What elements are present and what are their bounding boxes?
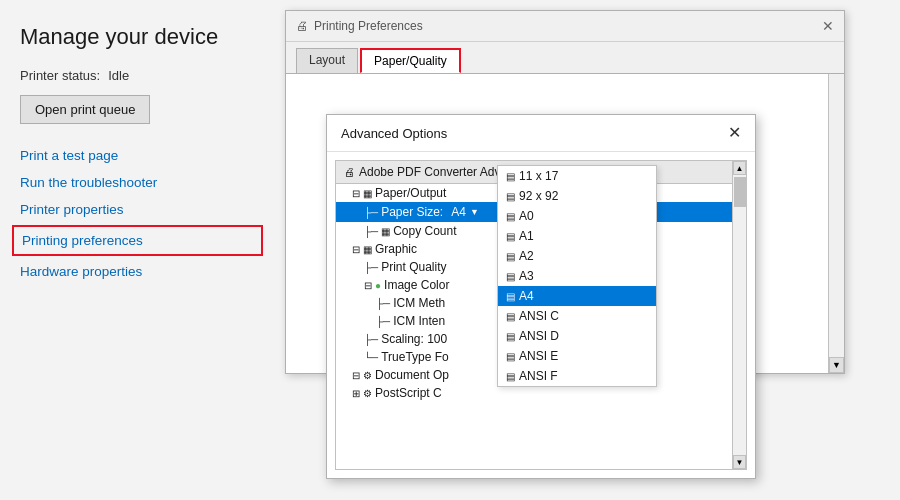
- printing-preferences-dialog: 🖨 Printing Preferences ✕ Layout Paper/Qu…: [285, 10, 845, 374]
- paper-size-selected-value: A4: [451, 205, 466, 219]
- page-icon: ▤: [506, 311, 515, 322]
- dropdown-label: 92 x 92: [519, 189, 558, 203]
- dropdown-label: A4: [519, 289, 534, 303]
- tab-layout[interactable]: Layout: [296, 48, 358, 73]
- dropdown-label: ANSI E: [519, 349, 558, 363]
- tree-icon-copy: ▦: [381, 226, 390, 237]
- scrollbar-down-button[interactable]: ▼: [733, 455, 746, 469]
- tree-connector: ├─: [364, 262, 378, 273]
- dropdown-label: A1: [519, 229, 534, 243]
- pref-dialog-close-button[interactable]: ✕: [822, 19, 834, 33]
- dropdown-item-ansi-c[interactable]: ▤ ANSI C: [498, 306, 656, 326]
- dropdown-item-ansi-d[interactable]: ▤ ANSI D: [498, 326, 656, 346]
- printer-icon: 🖨: [296, 19, 308, 33]
- dropdown-item-a0[interactable]: ▤ A0: [498, 206, 656, 226]
- paper-size-value-container: A4 ▼: [447, 204, 483, 220]
- tree-item-label-paper-size: Paper Size:: [381, 205, 443, 219]
- tree-icon-ps: ⚙: [363, 388, 372, 399]
- nav-link-printing-preferences[interactable]: Printing preferences: [12, 225, 263, 256]
- advanced-titlebar: Advanced Options ✕: [327, 115, 755, 152]
- dropdown-item-ansi-e[interactable]: ▤ ANSI E: [498, 346, 656, 366]
- page-icon: ▤: [506, 231, 515, 242]
- tree-icon-graphic: ▦: [363, 244, 372, 255]
- printer-status-value: Idle: [108, 68, 129, 83]
- dropdown-item-ansi-f[interactable]: ▤ ANSI F: [498, 366, 656, 386]
- dropdown-item-a3[interactable]: ▤ A3: [498, 266, 656, 286]
- expand-icon: ⊟: [352, 244, 360, 255]
- dropdown-label: A2: [519, 249, 534, 263]
- tree-item-label-postscript: PostScript C: [375, 386, 442, 400]
- dropdown-item-a1[interactable]: ▤ A1: [498, 226, 656, 246]
- dropdown-label: ANSI C: [519, 309, 559, 323]
- dropdown-label: ANSI D: [519, 329, 559, 343]
- tree-connector: └─: [364, 352, 378, 363]
- tree-item-label-document-op: Document Op: [375, 368, 449, 382]
- nav-link-printer-properties[interactable]: Printer properties: [20, 196, 255, 223]
- tree-connector: ├─: [364, 207, 378, 218]
- scrollbar-up-button[interactable]: ▲: [733, 161, 746, 175]
- page-icon: ▤: [506, 331, 515, 342]
- tab-paper-quality[interactable]: Paper/Quality: [360, 48, 461, 73]
- tree-item-label-icm-intent: ICM Inten: [393, 314, 445, 328]
- dropdown-arrow-icon: ▼: [470, 207, 479, 217]
- expand-icon: ⊞: [352, 388, 360, 399]
- tree-item-label-paper-output: Paper/Output: [375, 186, 446, 200]
- pref-scroll-down-button[interactable]: ▼: [829, 357, 844, 373]
- tree-item-label-image-color: Image Color: [384, 278, 449, 292]
- pref-dialog-scrollbar[interactable]: ▼: [828, 74, 844, 373]
- dropdown-item-11x17[interactable]: ▤ 11 x 17: [498, 166, 656, 186]
- advanced-options-dialog: Advanced Options ✕ 🖨 Adobe PDF Converter…: [326, 114, 756, 479]
- page-icon: ▤: [506, 191, 515, 202]
- tree-scrollbar[interactable]: ▲ ▼: [732, 161, 746, 469]
- open-print-queue-button[interactable]: Open print queue: [20, 95, 150, 124]
- tree-connector: ├─: [364, 226, 378, 237]
- printer-status-row: Printer status: Idle: [20, 68, 255, 83]
- left-panel: Manage your device Printer status: Idle …: [0, 0, 275, 500]
- page-icon: ▤: [506, 351, 515, 362]
- pdf-icon: 🖨: [344, 166, 355, 178]
- tree-connector: ├─: [376, 298, 390, 309]
- page-icon: ▤: [506, 271, 515, 282]
- nav-link-hardware-properties[interactable]: Hardware properties: [20, 258, 255, 285]
- tree-item-label-graphic: Graphic: [375, 242, 417, 256]
- advanced-dialog-title: Advanced Options: [341, 126, 447, 141]
- dropdown-item-92x92[interactable]: ▤ 92 x 92: [498, 186, 656, 206]
- page-icon: ▤: [506, 211, 515, 222]
- dropdown-label: 11 x 17: [519, 169, 558, 183]
- nav-link-run-troubleshooter[interactable]: Run the troubleshooter: [20, 169, 255, 196]
- dropdown-label: A0: [519, 209, 534, 223]
- tree-dropdown-container: 🖨 Adobe PDF Converter Advanced Document …: [335, 160, 747, 470]
- advanced-content: 🖨 Adobe PDF Converter Advanced Document …: [327, 152, 755, 478]
- pref-dialog-title-text: Printing Preferences: [314, 19, 423, 33]
- advanced-dialog-close-button[interactable]: ✕: [728, 125, 741, 141]
- pref-dialog-title: 🖨 Printing Preferences: [296, 19, 423, 33]
- page-title: Manage your device: [20, 24, 255, 50]
- dropdown-label: A3: [519, 269, 534, 283]
- dropdown-item-a4[interactable]: ▤ A4: [498, 286, 656, 306]
- page-icon: ▤: [506, 371, 515, 382]
- tree-item-label-copy-count: Copy Count: [393, 224, 456, 238]
- pref-tab-content: Advanced Options ✕ 🖨 Adobe PDF Converter…: [286, 73, 844, 373]
- tree-icon-img-color: ●: [375, 280, 381, 291]
- tree-connector: ├─: [376, 316, 390, 327]
- pref-tabs: Layout Paper/Quality: [286, 42, 844, 73]
- pref-dialog-titlebar: 🖨 Printing Preferences ✕: [286, 11, 844, 42]
- paper-size-dropdown[interactable]: A4 ▼: [447, 204, 483, 220]
- device-nav: Print a test page Run the troubleshooter…: [20, 142, 255, 285]
- tree-connector: ├─: [364, 334, 378, 345]
- tree-icon: ▦: [363, 188, 372, 199]
- paper-size-dropdown-popup: ▤ 11 x 17 ▤ 92 x 92 ▤ A0: [497, 165, 657, 387]
- printer-status-label: Printer status:: [20, 68, 100, 83]
- expand-icon: ⊟: [352, 370, 360, 381]
- tree-connector: ⊟: [364, 280, 372, 291]
- dropdown-label: ANSI F: [519, 369, 558, 383]
- tree-item-label-scaling: Scaling: 100: [381, 332, 447, 346]
- nav-link-print-test-page[interactable]: Print a test page: [20, 142, 255, 169]
- tree-icon-doc: ⚙: [363, 370, 372, 381]
- page-icon: ▤: [506, 171, 515, 182]
- scrollbar-thumb[interactable]: [734, 177, 746, 207]
- tree-item-label-icm-method: ICM Meth: [393, 296, 445, 310]
- page-icon: ▤: [506, 251, 515, 262]
- dropdown-item-a2[interactable]: ▤ A2: [498, 246, 656, 266]
- page-icon: ▤: [506, 291, 515, 302]
